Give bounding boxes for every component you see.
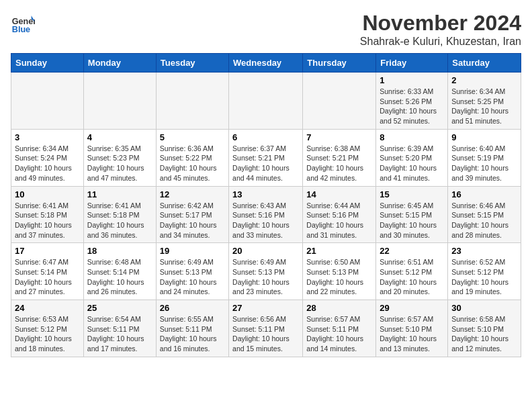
day-info: Sunrise: 6:43 AM Sunset: 5:16 PM Dayligh… [232, 201, 299, 240]
day-cell: 20Sunrise: 6:49 AM Sunset: 5:13 PM Dayli… [229, 243, 303, 300]
day-info: Sunrise: 6:39 AM Sunset: 5:20 PM Dayligh… [380, 144, 444, 183]
day-number: 4 [87, 132, 152, 142]
day-cell: 8Sunrise: 6:39 AM Sunset: 5:20 PM Daylig… [376, 129, 448, 186]
day-cell: 18Sunrise: 6:48 AM Sunset: 5:14 PM Dayli… [83, 243, 156, 300]
weekday-header-tuesday: Tuesday [156, 54, 228, 73]
day-cell [11, 73, 84, 130]
day-cell: 23Sunrise: 6:52 AM Sunset: 5:12 PM Dayli… [448, 243, 521, 300]
day-number: 5 [160, 132, 225, 142]
month-title: November 2024 [360, 11, 521, 36]
day-info: Sunrise: 6:49 AM Sunset: 5:13 PM Dayligh… [160, 257, 225, 297]
header: General Blue November 2024 Shahrak-e Kul… [11, 11, 521, 48]
day-info: Sunrise: 6:34 AM Sunset: 5:25 PM Dayligh… [451, 87, 517, 126]
day-number: 23 [451, 246, 517, 256]
day-info: Sunrise: 6:58 AM Sunset: 5:10 PM Dayligh… [451, 314, 517, 354]
day-cell: 15Sunrise: 6:45 AM Sunset: 5:15 PM Dayli… [376, 186, 448, 243]
day-number: 29 [380, 303, 444, 313]
weekday-header-monday: Monday [83, 54, 156, 73]
day-cell: 13Sunrise: 6:43 AM Sunset: 5:16 PM Dayli… [229, 186, 303, 243]
day-number: 21 [306, 246, 372, 256]
day-cell: 17Sunrise: 6:47 AM Sunset: 5:14 PM Dayli… [11, 243, 84, 300]
day-cell: 6Sunrise: 6:37 AM Sunset: 5:21 PM Daylig… [229, 129, 303, 186]
day-info: Sunrise: 6:35 AM Sunset: 5:23 PM Dayligh… [87, 144, 152, 183]
day-info: Sunrise: 6:33 AM Sunset: 5:26 PM Dayligh… [380, 87, 444, 126]
title-area: November 2024 Shahrak-e Kuluri, Khuzesta… [360, 11, 521, 48]
day-cell [83, 73, 156, 130]
weekday-header-friday: Friday [376, 54, 448, 73]
day-number: 30 [451, 303, 517, 313]
day-number: 3 [15, 132, 80, 142]
svg-text:Blue: Blue [12, 25, 30, 34]
day-cell: 28Sunrise: 6:57 AM Sunset: 5:11 PM Dayli… [303, 300, 376, 357]
day-cell: 29Sunrise: 6:57 AM Sunset: 5:10 PM Dayli… [376, 300, 448, 357]
day-number: 15 [380, 189, 444, 199]
day-info: Sunrise: 6:57 AM Sunset: 5:11 PM Dayligh… [306, 314, 372, 354]
weekday-header-thursday: Thursday [303, 54, 376, 73]
day-info: Sunrise: 6:38 AM Sunset: 5:21 PM Dayligh… [306, 144, 372, 183]
day-info: Sunrise: 6:49 AM Sunset: 5:13 PM Dayligh… [232, 257, 299, 297]
day-cell [229, 73, 303, 130]
day-number: 24 [15, 303, 80, 313]
day-number: 28 [306, 303, 372, 313]
day-info: Sunrise: 6:34 AM Sunset: 5:24 PM Dayligh… [15, 144, 80, 183]
day-number: 27 [232, 303, 299, 313]
location-title: Shahrak-e Kuluri, Khuzestan, Iran [360, 36, 521, 48]
day-info: Sunrise: 6:37 AM Sunset: 5:21 PM Dayligh… [232, 144, 299, 183]
day-info: Sunrise: 6:54 AM Sunset: 5:11 PM Dayligh… [87, 314, 152, 354]
weekday-header-saturday: Saturday [448, 54, 521, 73]
day-info: Sunrise: 6:46 AM Sunset: 5:15 PM Dayligh… [451, 201, 517, 240]
day-info: Sunrise: 6:45 AM Sunset: 5:15 PM Dayligh… [380, 201, 444, 240]
day-number: 8 [380, 132, 444, 142]
day-number: 12 [160, 189, 225, 199]
logo-icon: General Blue [11, 11, 35, 35]
day-cell: 7Sunrise: 6:38 AM Sunset: 5:21 PM Daylig… [303, 129, 376, 186]
day-number: 26 [160, 303, 225, 313]
day-number: 19 [160, 246, 225, 256]
day-info: Sunrise: 6:42 AM Sunset: 5:17 PM Dayligh… [160, 201, 225, 240]
week-row-4: 17Sunrise: 6:47 AM Sunset: 5:14 PM Dayli… [11, 243, 521, 300]
day-number: 1 [380, 75, 444, 85]
week-row-1: 1Sunrise: 6:33 AM Sunset: 5:26 PM Daylig… [11, 73, 521, 130]
calendar-table: SundayMondayTuesdayWednesdayThursdayFrid… [11, 53, 521, 357]
day-cell: 30Sunrise: 6:58 AM Sunset: 5:10 PM Dayli… [448, 300, 521, 357]
day-number: 10 [15, 189, 80, 199]
day-info: Sunrise: 6:47 AM Sunset: 5:14 PM Dayligh… [15, 257, 80, 297]
day-cell: 4Sunrise: 6:35 AM Sunset: 5:23 PM Daylig… [83, 129, 156, 186]
day-cell: 26Sunrise: 6:55 AM Sunset: 5:11 PM Dayli… [156, 300, 228, 357]
day-cell: 25Sunrise: 6:54 AM Sunset: 5:11 PM Dayli… [83, 300, 156, 357]
logo: General Blue [11, 11, 35, 35]
day-number: 25 [87, 303, 152, 313]
day-number: 20 [232, 246, 299, 256]
day-number: 6 [232, 132, 299, 142]
day-info: Sunrise: 6:55 AM Sunset: 5:11 PM Dayligh… [160, 314, 225, 354]
day-cell: 22Sunrise: 6:51 AM Sunset: 5:12 PM Dayli… [376, 243, 448, 300]
day-number: 22 [380, 246, 444, 256]
weekday-header-wednesday: Wednesday [229, 54, 303, 73]
weekday-header-sunday: Sunday [11, 54, 84, 73]
day-number: 18 [87, 246, 152, 256]
week-row-5: 24Sunrise: 6:53 AM Sunset: 5:12 PM Dayli… [11, 300, 521, 357]
day-cell: 16Sunrise: 6:46 AM Sunset: 5:15 PM Dayli… [448, 186, 521, 243]
day-cell: 19Sunrise: 6:49 AM Sunset: 5:13 PM Dayli… [156, 243, 228, 300]
day-info: Sunrise: 6:56 AM Sunset: 5:11 PM Dayligh… [232, 314, 299, 354]
day-number: 14 [306, 189, 372, 199]
day-cell: 27Sunrise: 6:56 AM Sunset: 5:11 PM Dayli… [229, 300, 303, 357]
day-info: Sunrise: 6:50 AM Sunset: 5:13 PM Dayligh… [306, 257, 372, 297]
day-number: 7 [306, 132, 372, 142]
day-info: Sunrise: 6:41 AM Sunset: 5:18 PM Dayligh… [87, 201, 152, 240]
day-cell [156, 73, 228, 130]
day-info: Sunrise: 6:48 AM Sunset: 5:14 PM Dayligh… [87, 257, 152, 297]
day-number: 2 [451, 75, 517, 85]
day-number: 17 [15, 246, 80, 256]
day-cell: 10Sunrise: 6:41 AM Sunset: 5:18 PM Dayli… [11, 186, 84, 243]
day-info: Sunrise: 6:41 AM Sunset: 5:18 PM Dayligh… [15, 201, 80, 240]
day-cell: 2Sunrise: 6:34 AM Sunset: 5:25 PM Daylig… [448, 73, 521, 130]
day-cell: 1Sunrise: 6:33 AM Sunset: 5:26 PM Daylig… [376, 73, 448, 130]
day-number: 9 [451, 132, 517, 142]
day-number: 16 [451, 189, 517, 199]
day-cell: 5Sunrise: 6:36 AM Sunset: 5:22 PM Daylig… [156, 129, 228, 186]
day-number: 11 [87, 189, 152, 199]
week-row-2: 3Sunrise: 6:34 AM Sunset: 5:24 PM Daylig… [11, 129, 521, 186]
day-info: Sunrise: 6:57 AM Sunset: 5:10 PM Dayligh… [380, 314, 444, 354]
day-cell: 11Sunrise: 6:41 AM Sunset: 5:18 PM Dayli… [83, 186, 156, 243]
